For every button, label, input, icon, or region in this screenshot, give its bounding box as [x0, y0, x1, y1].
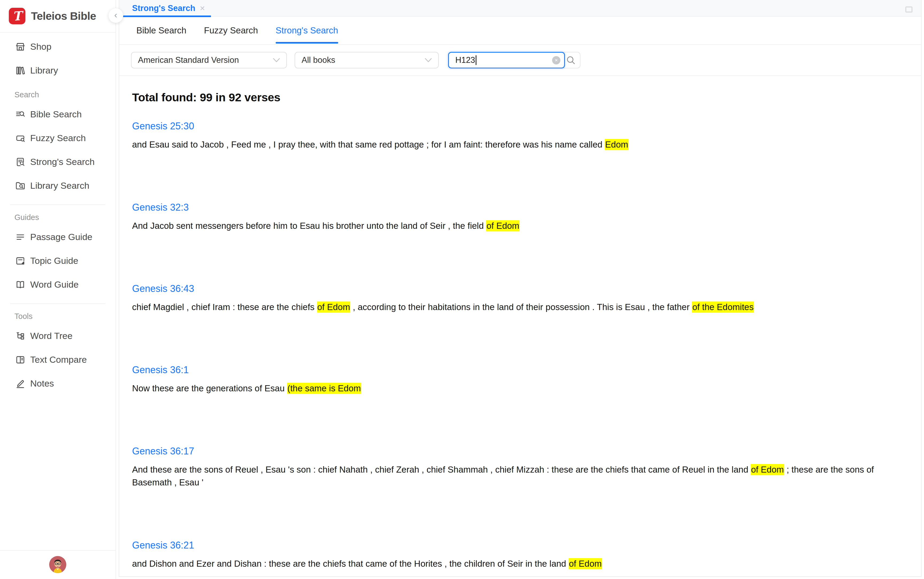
sidebar-item-label: Passage Guide: [30, 232, 93, 242]
search-result: Genesis 32:3And Jacob sent messengers be…: [132, 202, 908, 232]
sidebar-section-label: Guides: [15, 213, 116, 222]
highlighted-term: (the same is Edom: [287, 383, 361, 394]
sidebar-item-word-guide[interactable]: Word Guide: [0, 273, 116, 296]
version-select[interactable]: American Standard Version: [131, 52, 287, 69]
sidebar-item-label: Fuzzy Search: [30, 133, 86, 143]
tab-fuzzy-search[interactable]: Fuzzy Search: [204, 16, 258, 44]
divider: [10, 303, 105, 304]
sidebar-item-label: Bible Search: [30, 109, 82, 119]
chevron-down-icon: [425, 58, 432, 62]
main-panel: Strong's Search ✕ Bible SearchFuzzy Sear…: [119, 0, 922, 577]
verse-text-segment: and Esau said to Jacob , Feed me , I pra…: [132, 139, 605, 149]
word-guide-icon: [15, 279, 26, 290]
verse-text: and Esau said to Jacob , Feed me , I pra…: [132, 138, 908, 151]
results-summary: Total found: 99 in 92 verses: [132, 91, 908, 104]
sidebar-item-library[interactable]: Library: [0, 59, 116, 82]
verse-text: And Jacob sent messengers before him to …: [132, 219, 908, 232]
results-list: Genesis 25:30and Esau said to Jacob , Fe…: [132, 121, 908, 570]
sidebar-section-label: Tools: [15, 312, 116, 321]
avatar-illustration: [49, 556, 66, 573]
strongs-number-input[interactable]: H123 ×: [448, 52, 565, 69]
search-toolbar: American Standard Version All books H123…: [119, 45, 921, 76]
highlighted-term: of Edom: [569, 558, 602, 569]
close-tab-icon[interactable]: ✕: [200, 5, 205, 12]
chevron-left-icon: ‹: [114, 10, 117, 20]
sidebar-item-label: Library Search: [30, 180, 89, 191]
divider: [0, 550, 116, 551]
sidebar-item-label: Word Guide: [30, 279, 78, 290]
version-select-value: American Standard Version: [138, 55, 239, 65]
user-avatar[interactable]: [49, 556, 66, 573]
verse-text: and Dishon and Ezer and Dishan : these a…: [132, 557, 908, 570]
verse-reference-link[interactable]: Genesis 25:30: [132, 121, 194, 132]
results-area: Total found: 99 in 92 verses Genesis 25:…: [119, 76, 921, 570]
search-tabs: Bible SearchFuzzy SearchStrong's Search: [119, 16, 921, 45]
sidebar-item-label: Topic Guide: [30, 255, 78, 266]
search-result: Genesis 36:1Now these are the generation…: [132, 364, 908, 395]
bible-search-icon: [15, 109, 26, 120]
sidebar-item-shop[interactable]: Shop: [0, 35, 116, 59]
verse-text-segment: and Dishon and Ezer and Dishan : these a…: [132, 559, 569, 569]
books-select[interactable]: All books: [294, 52, 439, 69]
verse-reference-link[interactable]: Genesis 36:17: [132, 446, 194, 457]
sidebar-item-notes[interactable]: Notes: [0, 371, 116, 395]
highlighted-term: of the Edomites: [692, 301, 754, 312]
highlighted-term: of Edom: [751, 464, 784, 475]
maximize-icon[interactable]: [905, 7, 913, 13]
highlighted-term: of Edom: [486, 220, 520, 231]
sidebar-item-topic-guide[interactable]: Topic Guide: [0, 249, 116, 273]
sidebar-item-label: Word Tree: [30, 331, 72, 341]
sidebar-footer: [0, 550, 116, 579]
passage-guide-icon: [15, 232, 26, 242]
app-title: Teleios Bible: [31, 10, 96, 23]
text-compare-icon: [15, 355, 26, 365]
library-icon: [15, 65, 26, 76]
sidebar-item-passage-guide[interactable]: Passage Guide: [0, 225, 116, 249]
input-value: H123: [455, 55, 475, 65]
verse-reference-link[interactable]: Genesis 36:43: [132, 283, 194, 294]
app-logo: T: [9, 8, 25, 25]
verse-text-segment: Now these are the generations of Esau: [132, 383, 287, 393]
strongs-search-input-group: H123 ×: [448, 52, 581, 69]
verse-text: Now these are the generations of Esau (t…: [132, 382, 908, 395]
verse-reference-link[interactable]: Genesis 36:1: [132, 364, 189, 376]
workspace-tab-label: Strong's Search: [132, 3, 195, 13]
chevron-down-icon: [273, 58, 280, 62]
sidebar-collapse-button[interactable]: ‹: [108, 8, 123, 23]
library-search-icon: [15, 180, 26, 191]
highlighted-term: of Edom: [317, 301, 350, 312]
sidebar-item-label: Notes: [30, 378, 54, 389]
sidebar-item-label: Strong's Search: [30, 157, 95, 167]
sidebar-item-label: Library: [30, 65, 58, 76]
tab-strong-s-search[interactable]: Strong's Search: [276, 16, 338, 44]
sidebar-item-text-compare[interactable]: Text Compare: [0, 348, 116, 371]
text-caret: [476, 55, 476, 65]
sidebar: T Teleios Bible ShopLibrarySearchBible S…: [0, 0, 116, 579]
sidebar-item-library-search[interactable]: Library Search: [0, 174, 116, 198]
sidebar-header: T Teleios Bible: [0, 0, 116, 33]
sidebar-item-label: Text Compare: [30, 355, 87, 365]
verse-text: chief Magdiel , chief Iram : these are t…: [132, 301, 908, 314]
verse-reference-link[interactable]: Genesis 36:21: [132, 540, 194, 551]
verse-text-segment: , according to their habitations in the …: [350, 302, 692, 312]
verse-text-segment: chief Magdiel , chief Iram : these are t…: [132, 302, 317, 312]
sidebar-item-strong-s-search[interactable]: Strong's Search: [0, 150, 116, 174]
verse-text-segment: And these are the sons of Reuel , Esau '…: [132, 465, 751, 474]
divider: [10, 204, 105, 205]
search-result: Genesis 36:43chief Magdiel , chief Iram …: [132, 283, 908, 314]
strongs-search-icon: [15, 157, 26, 167]
sidebar-item-word-tree[interactable]: Word Tree: [0, 324, 116, 348]
books-select-value: All books: [302, 55, 335, 65]
tab-bible-search[interactable]: Bible Search: [136, 16, 186, 44]
sidebar-nav: ShopLibrarySearchBible SearchFuzzy Searc…: [0, 33, 116, 395]
word-tree-icon: [15, 331, 26, 341]
sidebar-item-bible-search[interactable]: Bible Search: [0, 102, 116, 126]
clear-input-icon[interactable]: ×: [552, 56, 560, 64]
sidebar-item-label: Shop: [30, 41, 51, 52]
workspace-tab-strongs-search[interactable]: Strong's Search ✕: [119, 0, 211, 16]
search-result: Genesis 36:17And these are the sons of R…: [132, 446, 908, 489]
topic-guide-icon: [15, 255, 26, 266]
sidebar-item-fuzzy-search[interactable]: Fuzzy Search: [0, 126, 116, 150]
verse-reference-link[interactable]: Genesis 32:3: [132, 202, 189, 213]
logo-letter: T: [12, 8, 22, 23]
